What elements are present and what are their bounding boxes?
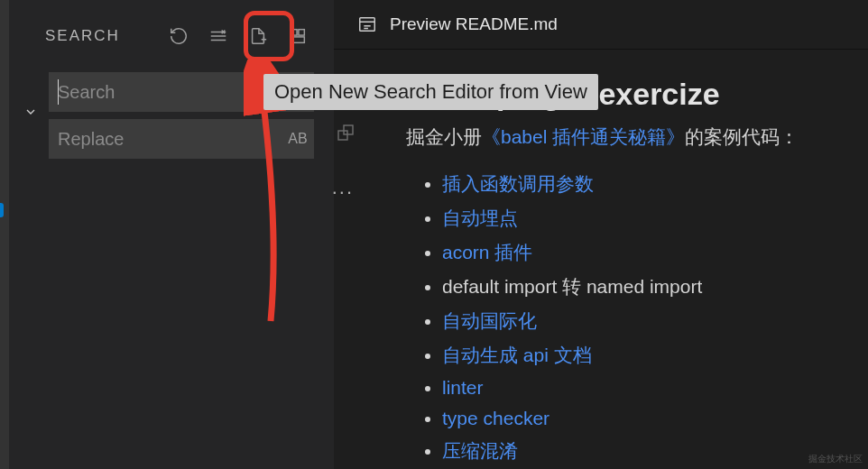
search-input[interactable] bbox=[58, 82, 286, 103]
activity-bar bbox=[0, 0, 9, 469]
collapse-results-icon[interactable] bbox=[282, 20, 314, 52]
more-options-icon[interactable]: ··· bbox=[332, 180, 354, 204]
list-item: type checker bbox=[442, 408, 868, 429]
toggle-replace-chevron-icon[interactable] bbox=[22, 103, 40, 121]
replace-input-row: AB bbox=[49, 119, 314, 159]
new-search-editor-icon[interactable] bbox=[242, 20, 274, 52]
svg-rect-2 bbox=[291, 37, 305, 42]
example-link[interactable]: 自动国际化 bbox=[442, 310, 537, 331]
clear-search-icon[interactable] bbox=[202, 20, 235, 52]
list-item: 自动生成 api 文档 bbox=[442, 343, 868, 368]
preview-icon bbox=[357, 14, 377, 34]
list-item: 插入函数调用参数 bbox=[442, 171, 868, 197]
watermark: 掘金技术社区 bbox=[808, 453, 863, 465]
book-link[interactable]: 《babel 插件通关秘籍》 bbox=[482, 126, 685, 147]
list-item: 自动埋点 bbox=[442, 206, 868, 231]
list-item: default import 转 named import bbox=[442, 274, 868, 299]
list-item: linter bbox=[442, 377, 868, 399]
example-list: 插入函数调用参数自动埋点acorn 插件default import 转 nam… bbox=[406, 171, 868, 464]
example-link[interactable]: type checker bbox=[442, 408, 549, 428]
example-link[interactable]: 插入函数调用参数 bbox=[442, 173, 594, 194]
svg-rect-1 bbox=[299, 30, 304, 35]
doc-description: 掘金小册《babel 插件通关秘籍》的案例代码： bbox=[406, 124, 868, 150]
preview-body: babel-plugin-exercize 掘金小册《babel 插件通关秘籍》… bbox=[334, 50, 868, 469]
tab-title: Preview README.md bbox=[390, 14, 558, 34]
editor-tab[interactable]: Preview README.md bbox=[334, 0, 868, 50]
list-item: 压缩混淆 bbox=[442, 438, 868, 464]
editor-area: Preview README.md babel-plugin-exercize … bbox=[334, 0, 868, 469]
replace-input[interactable] bbox=[58, 129, 286, 150]
svg-rect-4 bbox=[338, 131, 347, 140]
replace-all-icon[interactable] bbox=[336, 123, 357, 144]
example-link[interactable]: 自动生成 api 文档 bbox=[442, 345, 592, 365]
example-link[interactable]: linter bbox=[442, 377, 484, 398]
example-link[interactable]: 自动埋点 bbox=[442, 207, 518, 228]
svg-rect-5 bbox=[344, 125, 353, 134]
example-link[interactable]: 压缩混淆 bbox=[442, 440, 518, 461]
search-sidebar: SEARCH bbox=[9, 0, 334, 469]
list-item: 自动国际化 bbox=[442, 308, 868, 334]
refresh-icon[interactable] bbox=[162, 20, 195, 52]
tooltip: Open New Search Editor from View bbox=[263, 74, 598, 110]
example-link[interactable]: acorn 插件 bbox=[442, 242, 532, 262]
active-view-indicator bbox=[0, 203, 4, 217]
list-item: acorn 插件 bbox=[442, 240, 868, 265]
preserve-case-toggle[interactable]: AB bbox=[286, 127, 309, 151]
text-cursor bbox=[58, 79, 59, 105]
svg-rect-0 bbox=[291, 30, 297, 35]
sidebar-title: SEARCH bbox=[45, 27, 120, 45]
